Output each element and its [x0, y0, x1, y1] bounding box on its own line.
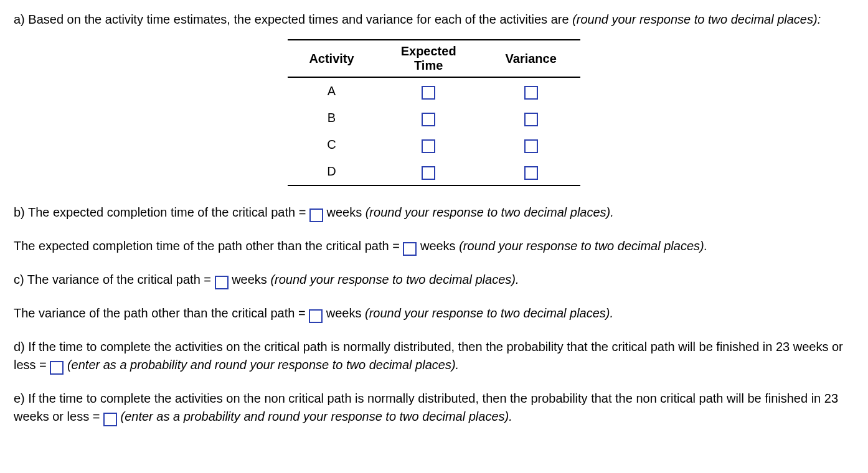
variance-input-c[interactable] [524, 139, 538, 153]
part-d-hint: (enter as a probability and round your r… [64, 358, 459, 372]
part-b-line2-pre: The expected completion time of the path… [14, 239, 403, 253]
expected-time-input-b[interactable] [422, 113, 435, 126]
part-b-line2-unit: weeks [417, 239, 459, 253]
part-c-line2-unit: weeks [323, 306, 365, 320]
part-c-line2-pre: The variance of the path other than the … [14, 306, 309, 320]
other-path-variance-input[interactable] [309, 309, 323, 323]
col-header-expected-line2: Time [378, 59, 479, 73]
critical-path-variance-input[interactable] [215, 276, 229, 289]
activity-cell: A [288, 77, 375, 105]
table-row: C [288, 131, 580, 158]
critical-path-time-input[interactable] [309, 208, 323, 222]
part-a-hint: (round your response to two decimal plac… [572, 12, 821, 26]
col-header-expected-line1: Expected [378, 44, 479, 59]
part-b-line1-hint: (round your response to two decimal plac… [366, 205, 614, 219]
expected-time-input-a[interactable] [422, 86, 435, 100]
part-b-line1-unit: weeks [323, 205, 366, 219]
part-c-line2-hint: (round your response to two decimal plac… [365, 306, 613, 320]
part-b-line1-pre: b) The expected completion time of the c… [14, 205, 309, 219]
part-b-line1: b) The expected completion time of the c… [14, 204, 854, 222]
part-c-line2: The variance of the path other than the … [14, 304, 854, 323]
table-row: A [288, 77, 580, 105]
expected-time-input-d[interactable] [422, 166, 435, 180]
part-c-line1-pre: c) The variance of the critical path = [14, 273, 215, 286]
variance-input-d[interactable] [524, 166, 538, 180]
activity-table-wrap: Activity Expected Time Variance A B [14, 39, 854, 186]
part-e-hint: (enter as a probability and round your r… [117, 410, 512, 423]
activity-cell: C [288, 131, 375, 158]
variance-input-b[interactable] [524, 113, 538, 126]
part-e-line: e) If the time to complete the activitie… [14, 390, 854, 426]
part-c-line1: c) The variance of the critical path = w… [14, 271, 854, 289]
activity-cell: B [288, 105, 375, 131]
part-d-line: d) If the time to complete the activitie… [14, 338, 854, 375]
part-c-line1-unit: weeks [229, 273, 271, 286]
col-header-variance: Variance [481, 40, 580, 77]
activity-cell: D [288, 158, 375, 185]
table-row: B [288, 105, 580, 131]
part-a-prompt: a) Based on the activity time estimates,… [14, 11, 854, 28]
table-row: D [288, 158, 580, 185]
col-header-activity: Activity [288, 40, 375, 77]
critical-path-prob-input[interactable] [50, 361, 64, 375]
part-c-line1-hint: (round your response to two decimal plac… [270, 273, 519, 286]
question-page: a) Based on the activity time estimates,… [0, 0, 868, 460]
part-b-line2-hint: (round your response to two decimal plac… [459, 239, 707, 253]
activity-table: Activity Expected Time Variance A B [288, 39, 580, 186]
other-path-time-input[interactable] [403, 242, 417, 256]
variance-input-a[interactable] [524, 86, 538, 100]
expected-time-input-c[interactable] [422, 139, 435, 153]
noncritical-path-prob-input[interactable] [103, 413, 117, 426]
part-a-text: a) Based on the activity time estimates,… [14, 12, 572, 26]
part-b-line2: The expected completion time of the path… [14, 237, 854, 256]
col-header-expected: Expected Time [375, 40, 481, 77]
